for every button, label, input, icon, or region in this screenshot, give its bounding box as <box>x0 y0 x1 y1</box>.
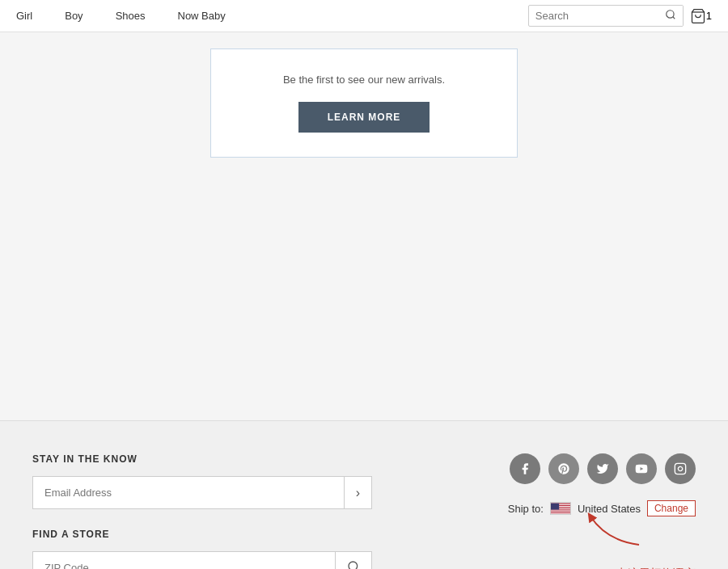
email-input-wrap: › <box>32 476 372 509</box>
email-input[interactable] <box>33 477 344 508</box>
svg-rect-6 <box>675 463 685 474</box>
footer-inner: STAY IN THE KNOW › FIND A STORE <box>32 453 696 569</box>
arrow-right-icon: › <box>356 486 360 499</box>
cart-icon <box>690 8 706 24</box>
footer-right: Ship to: United States Change <box>508 453 696 569</box>
red-arrow-icon <box>582 508 647 549</box>
main-area: Be the first to see our new arrivals. LE… <box>0 32 728 275</box>
svg-line-1 <box>672 17 675 19</box>
twitter-icon[interactable] <box>587 453 618 484</box>
spacer <box>0 275 728 420</box>
nav-links: Girl Boy Shoes Now Baby <box>16 10 226 22</box>
promo-box: Be the first to see our new arrivals. LE… <box>210 48 518 158</box>
ship-to-label: Ship to: <box>508 503 544 515</box>
facebook-icon[interactable] <box>510 453 540 484</box>
flag-icon <box>550 502 571 515</box>
search-bar <box>528 5 684 27</box>
svg-rect-15 <box>551 504 559 510</box>
nav-girl[interactable]: Girl <box>16 10 32 22</box>
nav-now-baby[interactable]: Now Baby <box>178 10 226 22</box>
social-icons <box>510 453 696 484</box>
svg-point-0 <box>667 11 674 18</box>
learn-more-button[interactable]: LEARN MORE <box>298 102 430 133</box>
annotation-line-1: 点这里切换语言 <box>616 565 696 569</box>
zip-search-icon <box>347 560 360 569</box>
svg-point-3 <box>349 562 358 569</box>
search-button[interactable] <box>658 6 683 26</box>
pinterest-icon[interactable] <box>548 453 579 484</box>
zip-input[interactable] <box>33 552 335 569</box>
nav-bar: Girl Boy Shoes Now Baby 1 <box>0 0 728 32</box>
zip-input-wrap <box>32 551 372 569</box>
zip-search-button[interactable] <box>335 552 371 569</box>
nav-shoes[interactable]: Shoes <box>116 10 146 22</box>
svg-rect-12 <box>551 510 570 511</box>
find-store-title: FIND A STORE <box>32 529 372 540</box>
stay-in-know-title: STAY IN THE KNOW <box>32 453 372 465</box>
youtube-icon[interactable] <box>626 453 657 484</box>
footer: STAY IN THE KNOW › FIND A STORE <box>0 420 728 569</box>
instagram-icon[interactable] <box>665 453 696 484</box>
footer-left: STAY IN THE KNOW › FIND A STORE <box>32 453 372 569</box>
svg-rect-13 <box>551 512 570 512</box>
search-icon <box>665 9 676 20</box>
nav-right: 1 <box>528 5 712 27</box>
annotation-text: 点这里切换语言 可切换为中文 目前是美国站 <box>616 565 696 569</box>
nav-boy[interactable]: Boy <box>65 10 83 22</box>
promo-text: Be the first to see our new arrivals. <box>243 74 485 86</box>
cart-icon-wrap[interactable]: 1 <box>690 8 712 24</box>
annotation-area: 点这里切换语言 可切换为中文 目前是美国站 <box>616 541 696 569</box>
svg-rect-14 <box>551 513 570 514</box>
email-submit-button[interactable]: › <box>344 477 371 508</box>
cart-count: 1 <box>706 10 712 22</box>
change-button[interactable]: Change <box>647 500 696 516</box>
search-input[interactable] <box>529 6 658 25</box>
